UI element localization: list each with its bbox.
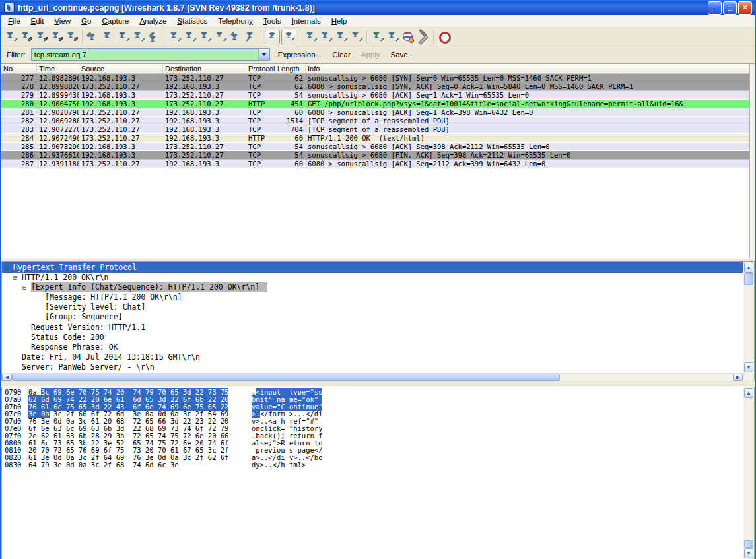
detail-row[interactable]: [Message: HTTP/1.1 200 OK\r\n]: [2, 292, 743, 302]
capture-restart-icon[interactable]: [64, 30, 79, 44]
hex-row[interactable]: 0790 0a 3c 69 6e 70 75 74 20 74 79 70 65…: [5, 389, 743, 396]
tree-expander-icon[interactable]: ⊟: [13, 273, 22, 282]
toolbar-group: [433, 30, 452, 44]
detail-row[interactable]: ⊟[Expert Info (Chat/Sequence): HTTP/1.1 …: [2, 282, 743, 292]
goto-top-icon[interactable]: [228, 30, 243, 44]
detail-row[interactable]: Request Version: HTTP/1.1: [2, 323, 743, 333]
scroll-left-icon[interactable]: ◀: [2, 374, 12, 381]
capture-filters-icon[interactable]: [370, 30, 385, 44]
display-filters-icon[interactable]: [385, 30, 400, 44]
goto-bottom-icon[interactable]: [243, 30, 258, 44]
maximize-button[interactable]: □: [723, 1, 737, 15]
open-icon[interactable]: [85, 30, 100, 44]
packet-row[interactable]: 28312.9072270173.252.110.27192.168.193.3…: [1, 125, 749, 134]
menu-item[interactable]: File: [3, 16, 26, 26]
resize-columns-icon[interactable]: [349, 30, 364, 44]
scroll-right-icon[interactable]: ▶: [733, 374, 743, 381]
packet-row[interactable]: 28412.9072490173.252.110.27192.168.193.3…: [1, 134, 749, 143]
menu-item[interactable]: Analyze: [134, 16, 172, 26]
scroll-up-icon[interactable]: ▲: [744, 263, 753, 273]
packet-row[interactable]: 28512.9073290192.168.193.3173.252.110.27…: [1, 143, 749, 151]
column-header[interactable]: Destination: [163, 64, 246, 73]
forward-icon[interactable]: [197, 30, 213, 44]
menu-item[interactable]: View: [49, 16, 76, 26]
scroll-down-icon[interactable]: ▼: [744, 362, 753, 372]
packet-row[interactable]: 27912.8999430192.168.193.3173.252.110.27…: [1, 91, 749, 100]
help-icon[interactable]: [436, 30, 452, 44]
filter-input[interactable]: [32, 49, 258, 60]
detail-row[interactable]: [Group: Sequence]: [2, 312, 743, 322]
find-icon[interactable]: [167, 30, 182, 44]
filter-action-button[interactable]: Expression...: [273, 49, 327, 61]
reload-icon[interactable]: [131, 30, 146, 44]
close-button[interactable]: ✕: [738, 1, 752, 15]
packet-list-scrollbar[interactable]: [749, 64, 755, 258]
filter-action-button[interactable]: Clear: [327, 49, 355, 61]
capture-start-icon[interactable]: [34, 30, 49, 44]
details-hscroll-thumb[interactable]: [12, 374, 560, 381]
packet-row[interactable]: 28612.9376610192.168.193.3173.252.110.27…: [1, 151, 749, 160]
menu-item[interactable]: Tools: [258, 16, 287, 26]
tree-expander-icon[interactable]: ⊟: [22, 282, 31, 292]
back-icon[interactable]: [182, 30, 197, 44]
column-header[interactable]: Length: [275, 64, 306, 73]
menu-item[interactable]: Help: [326, 16, 353, 26]
packet-row[interactable]: 28012.9004750192.168.193.3173.252.110.27…: [1, 100, 749, 108]
interfaces-icon[interactable]: [3, 30, 18, 44]
zoom-out-icon[interactable]: [318, 30, 333, 44]
filter-label[interactable]: Filter:: [4, 49, 28, 60]
scroll-down-icon[interactable]: ▼: [744, 548, 753, 558]
preferences-icon[interactable]: [415, 30, 430, 44]
detail-row[interactable]: Status Code: 200: [2, 333, 743, 343]
filter-action-button[interactable]: Save: [386, 49, 413, 61]
detail-row[interactable]: Server: PanWeb Server/ - \r\n: [2, 362, 743, 372]
column-header[interactable]: Protocol: [246, 64, 275, 73]
detail-row[interactable]: Date: Fri, 04 Jul 2014 13:18:15 GMT\r\n: [2, 352, 743, 362]
detail-row[interactable]: [Severity level: Chat]: [2, 302, 743, 312]
column-header[interactable]: No.: [1, 64, 37, 73]
pane-splitter-bottom[interactable]: [1, 381, 755, 387]
goto-packet-icon[interactable]: [213, 30, 228, 44]
filter-dropdown-button[interactable]: [258, 49, 269, 60]
tree-expander-icon[interactable]: ⊟: [5, 263, 13, 273]
detail-row[interactable]: ⊟Hypertext Transfer Protocol: [2, 262, 743, 272]
details-vertical-scrollbar[interactable]: ▲ ▼: [743, 262, 754, 372]
column-header[interactable]: Time: [37, 64, 79, 73]
packet-row[interactable]: 27812.8998820173.252.110.27192.168.193.3…: [1, 82, 749, 91]
menu-item[interactable]: Go: [76, 16, 96, 26]
details-scroll-thumb[interactable]: [744, 273, 753, 285]
bytes-vertical-scrollbar[interactable]: ▲ ▼: [743, 387, 754, 559]
capture-options-icon[interactable]: [18, 30, 34, 44]
hex-row[interactable]: 0830 64 79 3e 0d 0a 3c 2f 68 74 6d 6c 3e…: [5, 461, 743, 469]
save-icon[interactable]: [100, 30, 116, 44]
zoom-in-icon[interactable]: [303, 30, 318, 44]
packet-bytes-pane: 0790 0a 3c 69 6e 70 75 74 20 74 79 70 65…: [1, 387, 755, 559]
title-bar[interactable]: http_url_continue.pcapng [Wireshark 1.8.…: [1, 0, 755, 15]
menu-item[interactable]: Capture: [96, 16, 134, 26]
coloring-rules-icon[interactable]: [400, 30, 415, 44]
bytes-scroll-thumb[interactable]: [744, 540, 753, 548]
packet-row[interactable]: 28212.9069280173.252.110.27192.168.193.3…: [1, 117, 749, 125]
details-horizontal-scrollbar[interactable]: ◀ ▶: [2, 373, 743, 381]
print-icon[interactable]: [146, 30, 161, 44]
menu-item[interactable]: Internals: [287, 16, 326, 26]
menu-item[interactable]: Edit: [26, 16, 50, 26]
close-icon[interactable]: [116, 30, 131, 44]
packet-row[interactable]: 27712.8982890192.168.193.3173.252.110.27…: [1, 74, 749, 82]
menu-item[interactable]: Telephony: [213, 16, 258, 26]
menu-item[interactable]: Statistics: [172, 16, 213, 26]
packet-row[interactable]: 28112.9020790173.252.110.27192.168.193.3…: [1, 108, 749, 117]
detail-row[interactable]: ⊟HTTP/1.1 200 OK\r\n: [2, 273, 743, 282]
filter-action-button[interactable]: Apply: [356, 49, 386, 61]
autoscroll-icon[interactable]: [281, 30, 296, 44]
colorize-icon[interactable]: [265, 30, 280, 44]
detail-row[interactable]: Response Phrase: OK: [2, 343, 743, 352]
minimize-button[interactable]: –: [708, 1, 722, 15]
toolbar-group: [366, 30, 430, 44]
zoom-100-icon[interactable]: [333, 30, 349, 44]
column-header[interactable]: Info: [306, 64, 749, 73]
packet-row[interactable]: 28712.9391180173.252.110.27192.168.193.3…: [1, 160, 749, 168]
column-header[interactable]: Source: [79, 64, 163, 73]
capture-stop-icon[interactable]: [49, 30, 64, 44]
scroll-up-icon[interactable]: ▲: [744, 388, 753, 398]
